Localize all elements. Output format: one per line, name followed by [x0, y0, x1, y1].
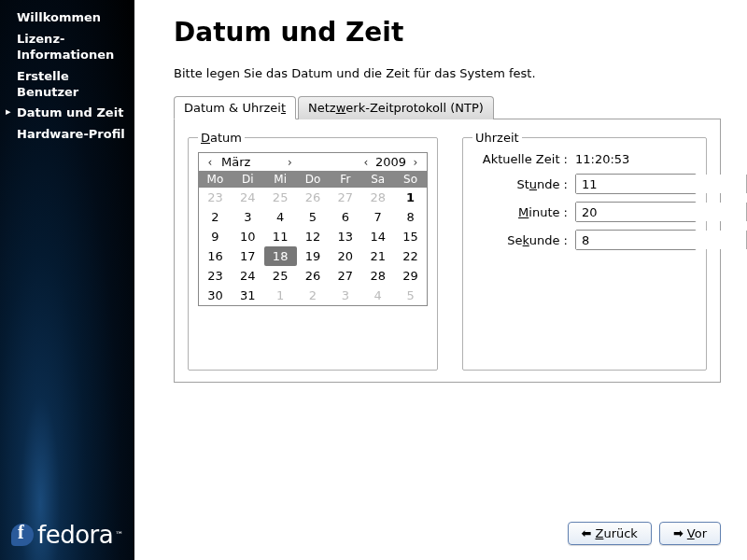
calendar-day[interactable]: 22: [394, 246, 427, 266]
calendar-dow: Mo: [199, 171, 232, 188]
fedora-logo-text: fedora: [37, 521, 113, 549]
arrow-right-icon: ➡: [673, 526, 684, 540]
prev-year-button[interactable]: ‹: [359, 156, 374, 169]
calendar-grid: MoDiMiDoFrSaSo23242526272812345678910111…: [199, 171, 427, 305]
second-input[interactable]: [576, 231, 746, 249]
calendar-day[interactable]: 26: [297, 266, 330, 286]
prev-month-button[interactable]: ‹: [203, 156, 218, 169]
page-title: Datum und Zeit: [174, 17, 721, 48]
calendar-day[interactable]: 13: [329, 227, 361, 246]
calendar-day[interactable]: 18: [264, 246, 297, 266]
calendar-day[interactable]: 27: [329, 266, 361, 286]
calendar-day[interactable]: 14: [361, 227, 394, 246]
calendar-day[interactable]: 10: [232, 227, 264, 246]
tab-1[interactable]: Netzwerk-Zeitprotokoll (NTP): [298, 96, 494, 119]
calendar-day: 24: [232, 188, 264, 207]
calendar-day[interactable]: 20: [329, 246, 361, 266]
calendar-day[interactable]: 11: [264, 227, 297, 246]
calendar-day: 28: [361, 188, 394, 207]
second-label: Sekunde :: [472, 233, 575, 247]
calendar: ‹ März › ‹ 2009 › MoDiMiDoFrSaSo23242526…: [198, 152, 428, 306]
arrow-left-icon: ⬅: [582, 526, 592, 540]
calendar-day: 2: [297, 286, 330, 305]
calendar-dow: Mi: [264, 171, 297, 188]
minute-label: Minute :: [472, 205, 575, 219]
calendar-day: 25: [264, 188, 297, 207]
sidebar-item-1[interactable]: Lizenz-Informationen: [0, 29, 134, 66]
calendar-day[interactable]: 6: [329, 207, 361, 227]
calendar-day: 26: [297, 188, 330, 207]
calendar-day[interactable]: 1: [394, 188, 427, 207]
minute-input[interactable]: [576, 203, 746, 221]
current-time-label: Aktuelle Zeit :: [472, 152, 575, 166]
tab-0[interactable]: Datum & Uhrzeit: [174, 96, 296, 119]
current-time-value: 11:20:53: [575, 152, 629, 166]
calendar-day[interactable]: 4: [264, 207, 297, 227]
calendar-day[interactable]: 5: [297, 207, 330, 227]
calendar-dow: Fr: [329, 171, 361, 188]
trademark-symbol: ™: [115, 530, 123, 539]
calendar-dow: So: [394, 171, 427, 188]
calendar-day[interactable]: 9: [199, 227, 232, 246]
calendar-dow: Sa: [361, 171, 394, 188]
calendar-day[interactable]: 3: [232, 207, 264, 227]
sidebar: WillkommenLizenz-InformationenErstelle B…: [0, 0, 134, 560]
fedora-icon: [11, 524, 34, 546]
calendar-day: 5: [394, 286, 427, 305]
calendar-day[interactable]: 23: [199, 266, 232, 286]
calendar-day: 27: [329, 188, 361, 207]
minute-spinner[interactable]: ▲▼: [575, 202, 697, 222]
hour-input[interactable]: [576, 175, 746, 193]
tab-bar: Datum & UhrzeitNetzwerk-Zeitprotokoll (N…: [174, 95, 721, 119]
calendar-dow: Do: [297, 171, 330, 188]
calendar-day[interactable]: 28: [361, 266, 394, 286]
calendar-day[interactable]: 15: [394, 227, 427, 246]
forward-button[interactable]: ➡ Vor: [659, 522, 721, 545]
calendar-day[interactable]: 12: [297, 227, 330, 246]
back-button[interactable]: ⬅ Zurück: [568, 522, 652, 545]
calendar-year: 2009: [374, 155, 408, 169]
sidebar-item-3[interactable]: Datum und Zeit: [0, 103, 134, 124]
calendar-day[interactable]: 21: [361, 246, 394, 266]
calendar-month: März: [218, 155, 282, 169]
footer-buttons: ⬅ Zurück ➡ Vor: [174, 509, 721, 545]
calendar-day: 3: [329, 286, 361, 305]
tab-panel-datetime: Datum ‹ März › ‹ 2009 › MoDiMiDoFrSaSo23…: [174, 119, 721, 383]
main-content: Datum und Zeit Bitte legen Sie das Datum…: [134, 0, 747, 560]
calendar-day[interactable]: 2: [199, 207, 232, 227]
calendar-day: 1: [264, 286, 297, 305]
next-month-button[interactable]: ›: [282, 156, 297, 169]
sidebar-item-0[interactable]: Willkommen: [0, 7, 134, 29]
calendar-header: ‹ März › ‹ 2009 ›: [199, 153, 427, 171]
page-intro: Bitte legen Sie das Datum und die Zeit f…: [174, 66, 721, 80]
calendar-day[interactable]: 7: [361, 207, 394, 227]
calendar-day[interactable]: 30: [199, 286, 232, 305]
date-group: Datum ‹ März › ‹ 2009 › MoDiMiDoFrSaSo23…: [188, 131, 438, 371]
calendar-day[interactable]: 17: [232, 246, 264, 266]
fedora-logo: fedora™: [11, 521, 123, 549]
date-legend: Datum: [198, 131, 245, 145]
calendar-day[interactable]: 24: [232, 266, 264, 286]
time-legend: Uhrzeit: [472, 131, 522, 145]
calendar-dow: Di: [232, 171, 264, 188]
time-group: Uhrzeit Aktuelle Zeit : 11:20:53 Stunde …: [462, 131, 707, 371]
calendar-day[interactable]: 16: [199, 246, 232, 266]
hour-label: Stunde :: [472, 177, 575, 191]
calendar-day[interactable]: 29: [394, 266, 427, 286]
calendar-day[interactable]: 25: [264, 266, 297, 286]
calendar-day[interactable]: 31: [232, 286, 264, 305]
calendar-day: 23: [199, 188, 232, 207]
calendar-day[interactable]: 8: [394, 207, 427, 227]
next-year-button[interactable]: ›: [408, 156, 423, 169]
sidebar-item-2[interactable]: Erstelle Benutzer: [0, 66, 134, 104]
calendar-day[interactable]: 19: [297, 246, 330, 266]
hour-spinner[interactable]: ▲▼: [575, 174, 697, 194]
second-spinner[interactable]: ▲▼: [575, 230, 697, 250]
calendar-day: 4: [361, 286, 394, 305]
sidebar-item-4[interactable]: Hardware-Profil: [0, 124, 134, 146]
